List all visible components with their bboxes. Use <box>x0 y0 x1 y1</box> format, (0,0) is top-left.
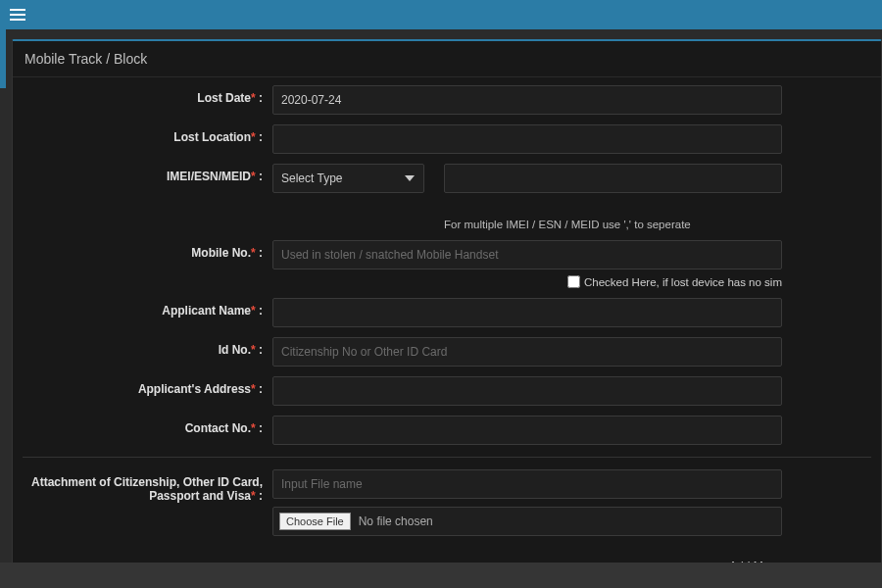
label-id-no: Id No.* : <box>23 337 272 357</box>
sidebar-accent <box>0 29 6 88</box>
label-contact-no: Contact No.* : <box>23 416 272 435</box>
divider <box>23 457 871 458</box>
choose-file-button[interactable]: Choose File <box>279 513 351 530</box>
mobile-track-panel: Mobile Track / Block Lost Date* : Lost L… <box>12 39 882 588</box>
label-lost-date: Lost Date* : <box>23 85 272 105</box>
no-sim-label: Checked Here, if lost device has no sim <box>584 276 782 288</box>
lost-location-input[interactable] <box>272 124 782 154</box>
contact-no-input[interactable] <box>272 416 782 445</box>
footer <box>0 563 882 588</box>
applicant-name-input[interactable] <box>272 298 782 327</box>
imei-type-select[interactable]: Select Type <box>272 164 424 193</box>
menu-icon[interactable] <box>10 9 25 21</box>
file-name-input[interactable] <box>272 469 782 499</box>
file-picker[interactable]: Choose File No file chosen <box>272 507 782 536</box>
no-file-label: No file chosen <box>359 514 433 528</box>
lost-date-input[interactable] <box>272 85 782 115</box>
label-applicant-name: Applicant Name* : <box>23 298 272 318</box>
label-address: Applicant's Address* : <box>23 376 272 396</box>
label-mobile-no: Mobile No.* : <box>23 240 272 260</box>
top-bar <box>0 0 882 29</box>
label-imei: IMEI/ESN/MEID* : <box>23 164 272 183</box>
imei-input[interactable] <box>444 164 782 193</box>
label-lost-location: Lost Location* : <box>23 124 272 144</box>
id-no-input[interactable] <box>272 337 782 367</box>
address-input[interactable] <box>272 376 782 406</box>
label-attachment: Attachment of Citizenship, Other ID Card… <box>23 469 272 503</box>
panel-title: Mobile Track / Block <box>13 41 881 77</box>
imei-help-text: For multiple IMEI / ESN / MEID use ',' t… <box>272 219 782 230</box>
mobile-no-input[interactable] <box>272 240 782 270</box>
no-sim-checkbox[interactable] <box>567 275 580 288</box>
